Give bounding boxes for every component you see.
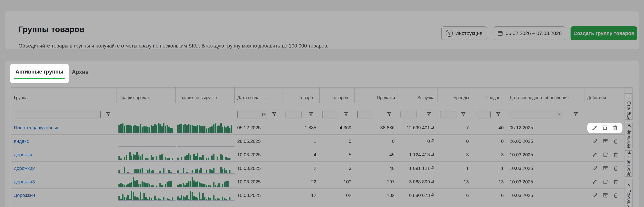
trash-icon[interactable] xyxy=(613,179,619,185)
trash-icon[interactable] xyxy=(613,152,619,158)
actions-cell xyxy=(584,175,624,189)
edit-icon[interactable] xyxy=(592,125,598,131)
filter-funnel-icon[interactable] xyxy=(573,112,578,118)
archive-icon[interactable] xyxy=(602,152,608,158)
side-tab-help[interactable]: Помощь xyxy=(625,179,632,207)
filter-funnel-icon[interactable] xyxy=(496,112,501,118)
revenue-cell: 0 ₽ xyxy=(398,135,437,148)
col-header-created-label: Дата созда... xyxy=(237,95,263,100)
sales-sparkline xyxy=(118,164,173,173)
archive-icon[interactable] xyxy=(602,125,608,131)
filter-cell-sellers xyxy=(472,108,507,121)
trash-icon[interactable] xyxy=(613,165,619,171)
group-link[interactable]: Полотенца кухонные xyxy=(14,125,60,131)
create-group-label: Создать группу товаров xyxy=(574,30,634,36)
col-header-revenue-chart[interactable]: График по выручке xyxy=(176,88,234,108)
filter-funnel-icon[interactable] xyxy=(272,112,277,118)
trash-icon[interactable] xyxy=(613,138,619,144)
products-filter-input[interactable] xyxy=(286,111,302,118)
sparkline-baseline xyxy=(118,146,176,147)
sellers-cell: 0 xyxy=(472,135,507,148)
group-link[interactable]: дорожки3 xyxy=(14,179,35,185)
page-title: Группы товаров xyxy=(18,25,84,34)
table-row-partial xyxy=(11,202,624,207)
edit-icon[interactable] xyxy=(592,193,598,198)
sales-filter-input[interactable] xyxy=(357,111,373,118)
group-name-cell: яндекс xyxy=(11,135,117,148)
instruction-button[interactable]: ? Инструкция xyxy=(441,26,487,40)
side-tab-columns[interactable]: Столбцы xyxy=(625,93,632,120)
brands-filter-input[interactable] xyxy=(440,111,456,118)
sales-cell: 45 xyxy=(354,148,398,161)
archive-icon[interactable] xyxy=(602,165,608,171)
col-header-sales[interactable]: Продажи xyxy=(354,88,398,108)
created-date-filter-input[interactable] xyxy=(237,111,268,118)
side-tab-settings-label: Настройки xyxy=(626,156,632,177)
tab-archive[interactable]: Архив xyxy=(72,69,88,75)
tab-active-groups[interactable]: Активные группы xyxy=(10,64,69,83)
group-link[interactable]: Дорожки4 xyxy=(14,193,35,198)
col-header-sellers[interactable]: Продав... xyxy=(472,88,507,108)
side-tab-filters[interactable]: Фильтры xyxy=(625,122,632,148)
filter-funnel-icon[interactable] xyxy=(343,112,348,118)
col-header-skus[interactable]: Товаров... xyxy=(320,88,354,108)
sort-desc-icon[interactable]: ↓ xyxy=(265,95,267,100)
filter-cell-revenue-chart xyxy=(176,108,234,121)
group-link[interactable]: дорожки2 xyxy=(14,166,35,171)
edit-icon[interactable] xyxy=(592,179,598,185)
filter-funnel-icon[interactable] xyxy=(308,112,314,118)
table-header-row: Группа График продаж График по выручке Д… xyxy=(11,88,624,108)
created-date-cell: 10.03.2025 xyxy=(234,162,283,175)
create-group-button[interactable]: Создать группу товаров xyxy=(570,26,637,40)
sales-sparkline-cell xyxy=(117,121,176,134)
group-filter-input[interactable] xyxy=(14,111,101,118)
actions-group xyxy=(584,138,619,144)
filter-funnel-icon[interactable] xyxy=(461,112,466,118)
side-tab-settings[interactable]: Настройки xyxy=(625,150,632,177)
group-link[interactable]: яндекс xyxy=(14,139,29,144)
filter-cell-skus xyxy=(320,108,354,121)
created-date-cell: 05.12.2025 xyxy=(234,121,283,134)
table-row: дорожки2 10.03.202523401 091 121 ₽1110.0… xyxy=(11,162,624,175)
filter-funnel-icon[interactable] xyxy=(386,112,392,118)
col-header-updated[interactable]: Дата последнего обновления xyxy=(507,88,584,108)
revenue-sparkline xyxy=(177,136,232,146)
filter-cell-updated xyxy=(507,108,584,121)
col-header-sales-chart[interactable]: График продаж xyxy=(117,88,176,108)
date-range-button[interactable]: 06.02.2026 – 07.03.2026 xyxy=(494,26,565,40)
edit-icon[interactable] xyxy=(592,165,598,171)
filter-cell-brands xyxy=(437,108,472,121)
group-name-cell: Дорожки4 xyxy=(11,189,117,202)
question-circle-icon: ? xyxy=(446,30,453,37)
group-link[interactable]: дорожки xyxy=(14,152,32,158)
filter-cell-products xyxy=(283,108,320,121)
archive-icon[interactable] xyxy=(602,179,608,185)
sales-cell: 40 xyxy=(354,162,398,175)
sales-sparkline-cell xyxy=(117,135,176,148)
calendar-icon xyxy=(497,30,503,36)
trash-icon[interactable] xyxy=(612,125,618,131)
sparkline-baseline xyxy=(177,173,235,174)
filter-funnel-icon[interactable] xyxy=(106,112,111,118)
skus-filter-input[interactable] xyxy=(322,111,338,118)
actions-cell xyxy=(584,162,624,175)
col-header-group[interactable]: Группа xyxy=(11,88,117,108)
col-header-products[interactable]: Товаро... xyxy=(283,88,320,108)
filter-funnel-icon[interactable] xyxy=(426,112,432,118)
sellers-filter-input[interactable] xyxy=(475,111,491,118)
revenue-cell: 6 880 673 ₽ xyxy=(398,189,437,202)
trash-icon[interactable] xyxy=(613,193,619,198)
updated-date-cell: 10.03.2025 xyxy=(507,162,584,175)
archive-icon[interactable] xyxy=(602,138,608,144)
revenue-filter-input[interactable] xyxy=(400,111,416,118)
filter-cell-group xyxy=(11,108,117,121)
products-cell: 4 xyxy=(283,148,320,161)
archive-icon[interactable] xyxy=(602,193,608,198)
skus-cell: 102 xyxy=(320,189,354,202)
updated-date-filter-input[interactable] xyxy=(510,111,564,118)
col-header-brands[interactable]: Бренды xyxy=(437,88,472,108)
edit-icon[interactable] xyxy=(592,152,598,158)
col-header-created[interactable]: Дата созда... ↓ xyxy=(234,88,283,108)
edit-icon[interactable] xyxy=(592,138,598,144)
col-header-revenue[interactable]: Выручка xyxy=(398,88,437,108)
